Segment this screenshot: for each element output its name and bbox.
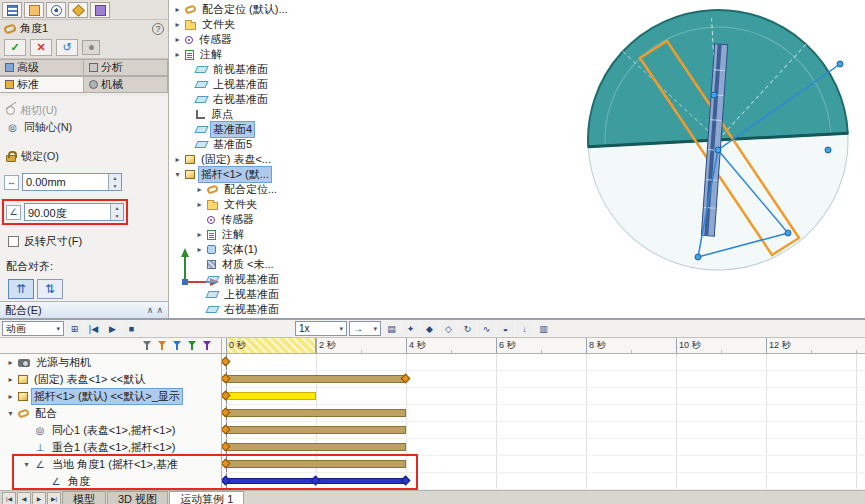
- expand-arrow-icon[interactable]: ▸: [195, 245, 204, 254]
- tree-item[interactable]: ▸文件夹: [171, 197, 317, 212]
- tree-item[interactable]: 上视基准面: [171, 77, 317, 92]
- motion-tree-item[interactable]: ◎同心1 (表盘<1>,摇杆<1>): [0, 422, 221, 439]
- mates-section-header[interactable]: 配合(E) ∧ ∧: [0, 301, 168, 318]
- timeline-lane[interactable]: [222, 371, 865, 388]
- collapse-icon[interactable]: ∧: [156, 305, 163, 315]
- tab-model[interactable]: 模型: [62, 491, 106, 504]
- tree-item[interactable]: ▸实体(1): [171, 242, 317, 257]
- angle-input[interactable]: 90.00度 ▲▼: [24, 203, 124, 221]
- timeline-lane[interactable]: [222, 473, 865, 490]
- expand-arrow-icon[interactable]: ▸: [195, 230, 204, 239]
- timeline-bar[interactable]: [226, 460, 406, 468]
- timeline-bar[interactable]: [226, 392, 316, 400]
- gravity-button[interactable]: ↓: [516, 321, 533, 336]
- anti-aligned-button[interactable]: ⇅: [37, 279, 63, 299]
- filter-results-icon[interactable]: [202, 340, 213, 351]
- tab-analysis[interactable]: 分析: [84, 59, 168, 76]
- spring-button[interactable]: ∿: [478, 321, 495, 336]
- timeline-lane[interactable]: [222, 354, 865, 371]
- expand-arrow-icon[interactable]: ▸: [6, 392, 15, 401]
- aligned-button[interactable]: ⇈: [8, 279, 34, 299]
- filter-animated-icon[interactable]: [157, 340, 168, 351]
- angle-value[interactable]: 90.00度: [25, 204, 110, 220]
- expand-arrow-icon[interactable]: ▸: [173, 155, 182, 164]
- motion-tree-item[interactable]: ▸光源与相机: [0, 354, 221, 371]
- undo-button[interactable]: ↺: [56, 39, 78, 56]
- tree-item[interactable]: 前视基准面: [171, 272, 317, 287]
- distance-input[interactable]: 0.00mm ▲▼: [22, 173, 122, 191]
- tree-item[interactable]: ▸配合定位...: [171, 182, 317, 197]
- tree-item[interactable]: 右视基准面: [171, 92, 317, 107]
- tree-item[interactable]: ▸文件夹: [171, 17, 317, 32]
- spin-up-icon[interactable]: ▲: [109, 174, 121, 182]
- timeline-lane[interactable]: [222, 388, 865, 405]
- keep-visible-pin-button[interactable]: [82, 40, 100, 55]
- add-key-button[interactable]: ◇: [440, 321, 457, 336]
- expand-arrow-icon[interactable]: ▸: [6, 375, 15, 384]
- spin-up-icon[interactable]: ▲: [111, 204, 123, 212]
- timeline-lane[interactable]: [222, 405, 865, 422]
- autokey-button[interactable]: ◆: [421, 321, 438, 336]
- study-type-select[interactable]: 动画▾: [2, 321, 64, 336]
- dimxpert-manager-tab[interactable]: [68, 2, 88, 18]
- play-from-start-button[interactable]: |◀: [85, 321, 102, 336]
- tab-scroll-first-button[interactable]: |◀: [2, 492, 16, 504]
- filter-selected-icon[interactable]: [187, 340, 198, 351]
- results-button[interactable]: ▥: [535, 321, 552, 336]
- contact-button[interactable]: ◒: [497, 321, 514, 336]
- tree-item[interactable]: 传感器: [171, 212, 317, 227]
- tab-standard[interactable]: 标准: [0, 76, 84, 93]
- keyframe-diamond[interactable]: [221, 357, 231, 367]
- timeline-bar[interactable]: [226, 426, 406, 434]
- expand-arrow-icon[interactable]: ▸: [173, 50, 182, 59]
- tree-item[interactable]: 前视基准面: [171, 62, 317, 77]
- timeline-bar[interactable]: [226, 375, 406, 383]
- motion-tree-item[interactable]: ▾配合: [0, 405, 221, 422]
- expand-arrow-icon[interactable]: ▸: [195, 200, 204, 209]
- timeline-bar[interactable]: [226, 409, 406, 417]
- tree-item[interactable]: ▸配合定位 (默认)...: [171, 2, 317, 17]
- tab-scroll-next-button[interactable]: ▶: [32, 492, 46, 504]
- tab-advanced[interactable]: 高级: [0, 59, 84, 76]
- distance-value[interactable]: 0.00mm: [23, 174, 108, 190]
- collapse-icon[interactable]: ∧: [147, 305, 154, 315]
- timeline-bar[interactable]: [226, 443, 406, 451]
- timeline-lane[interactable]: [222, 439, 865, 456]
- time-ruler[interactable]: 0 秒 2 秒 4 秒 6 秒 8 秒 10 秒 12 秒: [222, 338, 865, 353]
- tree-item[interactable]: 基准面4: [171, 122, 317, 137]
- mate-type-concentric[interactable]: ◎ 同轴心(N): [0, 119, 168, 136]
- expand-arrow-icon[interactable]: ▸: [195, 185, 204, 194]
- feature-manager-tab[interactable]: [2, 2, 22, 18]
- configuration-manager-tab[interactable]: [46, 2, 66, 18]
- spin-down-icon[interactable]: ▼: [111, 212, 123, 220]
- play-button[interactable]: ▶: [104, 321, 121, 336]
- motion-tree-item[interactable]: ∠角度: [0, 473, 221, 490]
- tree-item[interactable]: 原点: [171, 107, 317, 122]
- spin-down-icon[interactable]: ▼: [109, 182, 121, 190]
- property-manager-tab[interactable]: [24, 2, 44, 18]
- tree-item[interactable]: 上视基准面: [171, 287, 317, 302]
- tree-item[interactable]: 右视基准面: [171, 302, 317, 317]
- tree-item[interactable]: 基准面5: [171, 137, 317, 152]
- stop-button[interactable]: ■: [123, 321, 140, 336]
- playback-mode-select[interactable]: →▾: [349, 321, 381, 336]
- tab-3d-views[interactable]: 3D 视图: [107, 491, 168, 504]
- tab-motion-study-1[interactable]: 运动算例 1: [169, 491, 244, 504]
- tree-item[interactable]: ▸传感器: [171, 32, 317, 47]
- tree-item[interactable]: ▾摇杆<1> (默...: [171, 167, 317, 182]
- motion-tree-item[interactable]: ▸摇杆<1> (默认) <<默认>_显示: [0, 388, 221, 405]
- animation-wizard-button[interactable]: ✦: [402, 321, 419, 336]
- filter-driving-icon[interactable]: [172, 340, 183, 351]
- timeline-lanes[interactable]: [222, 354, 865, 490]
- calculate-button[interactable]: ⊞: [66, 321, 83, 336]
- expand-arrow-icon[interactable]: ▸: [173, 35, 182, 44]
- timeline-lane[interactable]: [222, 422, 865, 439]
- expand-arrow-icon[interactable]: ▾: [173, 170, 182, 179]
- tab-scroll-prev-button[interactable]: ◀: [17, 492, 31, 504]
- expand-arrow-icon[interactable]: ▸: [173, 5, 182, 14]
- expand-arrow-icon[interactable]: ▸: [6, 358, 15, 367]
- motor-button[interactable]: ↻: [459, 321, 476, 336]
- motion-tree-item[interactable]: ⊥重合1 (表盘<1>,摇杆<1>): [0, 439, 221, 456]
- motion-tree-item[interactable]: ▾∠当地 角度1 (摇杆<1>,基准: [0, 456, 221, 473]
- tree-item[interactable]: ▸注解: [171, 227, 317, 242]
